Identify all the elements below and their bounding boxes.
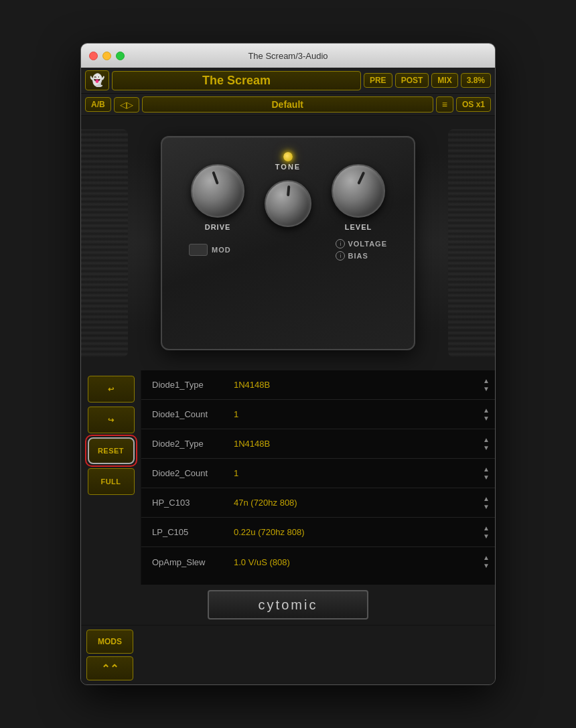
arrow-down-icon[interactable]: ▼ — [483, 385, 490, 393]
level-label: LEVEL — [345, 223, 372, 231]
table-row: Diode2_Type 1N4148B ▲ ▼ — [141, 429, 495, 459]
table-row: HP_C103 47n (720hz 808) ▲ ▼ — [141, 488, 495, 518]
param-value: 1N4148B — [228, 380, 483, 390]
arrow-down-icon[interactable]: ▼ — [483, 415, 490, 423]
reset-button[interactable]: RESET — [88, 437, 135, 464]
plugin-name-button[interactable]: The Scream — [112, 71, 361, 90]
param-name: Diode1_Type — [141, 380, 228, 390]
mix-button[interactable]: MIX — [431, 73, 457, 88]
param-name: HP_C103 — [141, 498, 228, 508]
post-button[interactable]: POST — [395, 73, 429, 88]
brand-plate: cytomic — [208, 590, 368, 620]
minimize-button[interactable] — [102, 52, 111, 60]
param-name: Diode2_Type — [141, 439, 228, 449]
title-bar: The Scream/3-Audio — [81, 44, 495, 68]
param-name: Diode1_Count — [141, 409, 228, 419]
collapse-icon: ⌃⌃ — [101, 662, 119, 675]
param-name: OpAmp_Slew — [141, 557, 228, 567]
bottom-controls: MOD i VOLTAGE i BIAS — [175, 239, 401, 261]
brand-name: cytomic — [259, 597, 318, 613]
toolbar-row-1: 👻 The Scream PRE POST MIX 3.8% — [81, 68, 495, 94]
param-name: Diode2_Count — [141, 468, 228, 478]
table-row: OpAmp_Slew 1.0 V/uS (808) ▲ ▼ — [141, 547, 495, 577]
mod-toggle-button[interactable] — [189, 244, 208, 256]
arrow-down-icon[interactable]: ▼ — [483, 503, 490, 511]
drive-knob[interactable] — [191, 164, 244, 218]
arrow-up-icon[interactable]: ▲ — [483, 554, 490, 562]
arrow-up-icon[interactable]: ▲ — [483, 495, 490, 503]
voltage-control: i VOLTAGE — [336, 239, 387, 248]
close-button[interactable] — [89, 52, 98, 60]
param-stepper[interactable]: ▲ ▼ — [483, 465, 490, 482]
param-value: 1N4148B — [228, 439, 483, 449]
arrow-up-icon[interactable]: ▲ — [483, 377, 490, 385]
collapse-button[interactable]: ⌃⌃ — [86, 656, 133, 680]
ab-button[interactable]: A/B — [85, 97, 111, 112]
params-area: ↩ ↪ RESET FULL Diode1_Type 1N4148B ▲ ▼ D… — [81, 370, 495, 585]
preset-name-display: Default — [142, 96, 433, 113]
maximize-button[interactable] — [116, 52, 125, 60]
param-value: 0.22u (720hz 808) — [228, 527, 483, 537]
plugin-window: The Scream/3-Audio 👻 The Scream PRE POST… — [80, 43, 496, 685]
arrow-down-icon[interactable]: ▼ — [483, 562, 490, 570]
menu-button[interactable]: ≡ — [436, 96, 453, 113]
cable-right — [448, 129, 495, 357]
param-name: LP_C105 — [141, 527, 228, 537]
reset-label: RESET — [98, 447, 124, 455]
drive-knob-container: DRIVE — [191, 164, 244, 231]
toolbar-row-2: A/B ◁▷ Default ≡ OS x1 — [81, 94, 495, 116]
table-row: Diode1_Type 1N4148B ▲ ▼ — [141, 370, 495, 400]
pre-button[interactable]: PRE — [364, 73, 392, 88]
param-value: 1 — [228, 468, 483, 478]
level-knob[interactable] — [332, 164, 385, 218]
arrow-up-icon[interactable]: ▲ — [483, 436, 490, 444]
mod-label: MOD — [212, 246, 231, 254]
full-label: FULL — [100, 478, 121, 486]
redo-button[interactable]: ↪ — [88, 407, 135, 433]
table-row: Diode1_Count 1 ▲ ▼ — [141, 400, 495, 429]
param-table: Diode1_Type 1N4148B ▲ ▼ Diode1_Count 1 ▲… — [141, 370, 495, 585]
right-controls: i VOLTAGE i BIAS — [336, 239, 387, 261]
ghost-icon[interactable]: 👻 — [85, 70, 109, 90]
preset-arrows-button[interactable]: ◁▷ — [114, 97, 139, 113]
window-title: The Scream/3-Audio — [248, 51, 328, 61]
knobs-row: DRIVE TONE LEVEL — [191, 164, 385, 231]
bias-info-icon[interactable]: i — [336, 251, 345, 261]
arrow-down-icon[interactable]: ▼ — [483, 444, 490, 452]
level-knob-container: LEVEL — [332, 164, 385, 231]
brand-bar: cytomic — [81, 585, 495, 625]
footer-area: MODS ⌃⌃ — [81, 625, 495, 684]
undo-button[interactable]: ↩ — [88, 376, 135, 403]
bias-control: i BIAS — [336, 251, 368, 261]
cable-left — [81, 129, 128, 357]
traffic-lights — [89, 52, 125, 60]
param-stepper[interactable]: ▲ ▼ — [483, 407, 490, 423]
param-stepper[interactable]: ▲ ▼ — [483, 377, 490, 393]
tone-knob-container: TONE — [265, 168, 311, 227]
arrow-up-icon[interactable]: ▲ — [483, 524, 490, 532]
table-row: Diode2_Count 1 ▲ ▼ — [141, 459, 495, 488]
left-sidebar: ↩ ↪ RESET FULL — [81, 370, 141, 585]
arrow-down-icon[interactable]: ▼ — [483, 474, 490, 482]
voltage-info-icon[interactable]: i — [336, 239, 345, 248]
param-stepper[interactable]: ▲ ▼ — [483, 495, 490, 511]
undo-icon: ↩ — [108, 385, 115, 394]
drive-label: DRIVE — [205, 223, 231, 231]
mods-button[interactable]: MODS — [86, 630, 133, 654]
os-button[interactable]: OS x1 — [456, 97, 491, 112]
param-stepper[interactable]: ▲ ▼ — [483, 554, 490, 570]
tone-label-top: TONE — [275, 163, 301, 171]
voltage-label: VOLTAGE — [348, 240, 387, 248]
redo-icon: ↪ — [108, 416, 115, 425]
led-indicator[interactable] — [283, 152, 293, 161]
arrow-down-icon[interactable]: ▼ — [483, 532, 490, 540]
param-stepper[interactable]: ▲ ▼ — [483, 436, 490, 452]
mix-value-button[interactable]: 3.8% — [461, 73, 491, 88]
param-value: 47n (720hz 808) — [228, 498, 483, 508]
arrow-up-icon[interactable]: ▲ — [483, 465, 490, 474]
param-value: 1 — [228, 409, 483, 419]
tone-knob[interactable] — [265, 180, 311, 227]
param-stepper[interactable]: ▲ ▼ — [483, 524, 490, 540]
full-button[interactable]: FULL — [88, 468, 135, 495]
arrow-up-icon[interactable]: ▲ — [483, 407, 490, 415]
